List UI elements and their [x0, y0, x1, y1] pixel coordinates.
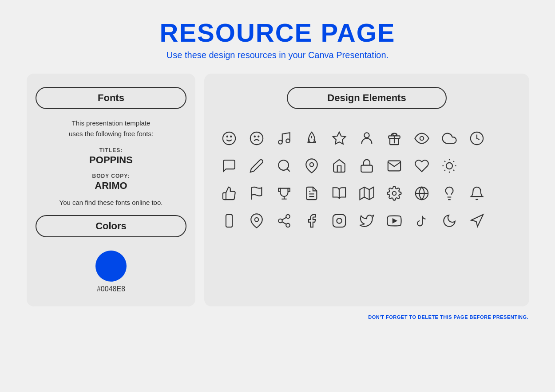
pin-icon — [300, 154, 323, 177]
svg-point-41 — [255, 218, 259, 222]
svg-marker-49 — [393, 219, 396, 223]
svg-point-34 — [392, 192, 396, 196]
color-hex: #0048E8 — [97, 285, 125, 293]
svg-point-6 — [278, 140, 282, 144]
youtube-icon — [383, 209, 406, 232]
svg-point-2 — [230, 136, 231, 137]
svg-point-1 — [227, 136, 228, 137]
empty-icon-2 — [465, 154, 488, 177]
title-font-name: POPPINS — [89, 154, 133, 166]
sad-face-icon — [245, 127, 268, 150]
svg-point-43 — [278, 219, 282, 223]
rocket-icon — [300, 127, 323, 150]
svg-line-16 — [287, 169, 290, 172]
mail-icon — [383, 154, 406, 177]
facebook-icon — [300, 209, 323, 232]
svg-point-19 — [446, 163, 452, 169]
document-icon — [300, 182, 323, 205]
page-title: RESOURCE PAGE — [160, 18, 396, 47]
smiley-icon — [218, 127, 241, 150]
trophy-icon — [273, 182, 296, 205]
svg-rect-47 — [333, 215, 345, 227]
svg-line-23 — [453, 170, 454, 171]
phone-icon — [218, 209, 241, 232]
star-icon — [328, 127, 351, 150]
colors-title-box: Colors — [36, 215, 186, 237]
svg-line-22 — [444, 161, 445, 162]
design-elements-title-box: Design Elements — [287, 87, 447, 109]
svg-line-46 — [282, 217, 286, 220]
empty-icon-5 — [493, 209, 516, 232]
svg-point-5 — [258, 136, 259, 137]
right-panel: Design Elements — [204, 74, 529, 306]
eye-icon — [410, 127, 433, 150]
svg-line-27 — [453, 161, 454, 162]
svg-point-17 — [310, 163, 314, 167]
left-panel: Fonts This presentation template uses th… — [27, 74, 195, 306]
color-swatch — [95, 251, 127, 282]
body-font-name: ARIMO — [95, 180, 127, 192]
tiktok-icon — [410, 209, 433, 232]
empty-icon-4 — [493, 182, 516, 205]
moon-icon — [438, 209, 461, 232]
footer-note: DON'T FORGET TO DELETE THIS PAGE BEFORE … — [27, 314, 528, 320]
svg-marker-31 — [360, 187, 373, 200]
flag-icon — [245, 182, 268, 205]
svg-marker-9 — [333, 132, 345, 144]
svg-line-45 — [282, 222, 286, 224]
svg-point-4 — [254, 136, 255, 137]
svg-line-26 — [444, 170, 445, 171]
gift-icon — [383, 127, 406, 150]
svg-point-0 — [223, 132, 235, 145]
body-font-label: BODY COPY: — [92, 173, 130, 179]
book-icon — [328, 182, 351, 205]
svg-point-10 — [364, 133, 369, 137]
svg-rect-39 — [226, 215, 232, 227]
svg-rect-18 — [361, 165, 373, 172]
svg-point-13 — [420, 137, 424, 141]
gear-icon — [383, 182, 406, 205]
fonts-description: This presentation template uses the foll… — [69, 118, 153, 139]
globe-icon — [410, 182, 433, 205]
clock-icon — [465, 127, 488, 150]
twitter-icon — [355, 209, 378, 232]
home-icon — [328, 154, 351, 177]
chat-bubble-icon — [218, 154, 241, 177]
design-elements-grid — [218, 127, 516, 232]
page-header: RESOURCE PAGE Use these design resources… — [160, 18, 396, 60]
heart-icon — [410, 154, 433, 177]
cloud-icon — [438, 127, 461, 150]
instagram-icon — [328, 209, 351, 232]
lock-icon — [355, 154, 378, 177]
pencil-icon — [245, 154, 268, 177]
title-font-label: TITLES: — [99, 147, 123, 153]
fonts-title-box: Fonts — [36, 87, 186, 109]
sun-icon — [438, 154, 461, 177]
location-pin-icon — [245, 209, 268, 232]
page-subtitle: Use these design resources in your Canva… — [160, 50, 396, 60]
bell-icon — [465, 182, 488, 205]
svg-point-44 — [286, 223, 290, 227]
empty-icon-3 — [493, 154, 516, 177]
megaphone-icon — [465, 209, 488, 232]
empty-icon-1 — [493, 127, 516, 150]
main-content: Fonts This presentation template uses th… — [27, 74, 528, 306]
share-icon — [273, 209, 296, 232]
lightbulb-icon — [438, 182, 461, 205]
search-icon — [273, 154, 296, 177]
person-icon — [355, 127, 378, 150]
svg-point-3 — [250, 132, 263, 145]
svg-point-42 — [286, 215, 290, 219]
music-icon — [273, 127, 296, 150]
svg-point-7 — [286, 139, 290, 143]
map-icon — [355, 182, 378, 205]
fonts-online-text: You can find these fonts online too. — [59, 199, 163, 206]
thumbsup-icon — [218, 182, 241, 205]
svg-point-15 — [278, 160, 289, 170]
